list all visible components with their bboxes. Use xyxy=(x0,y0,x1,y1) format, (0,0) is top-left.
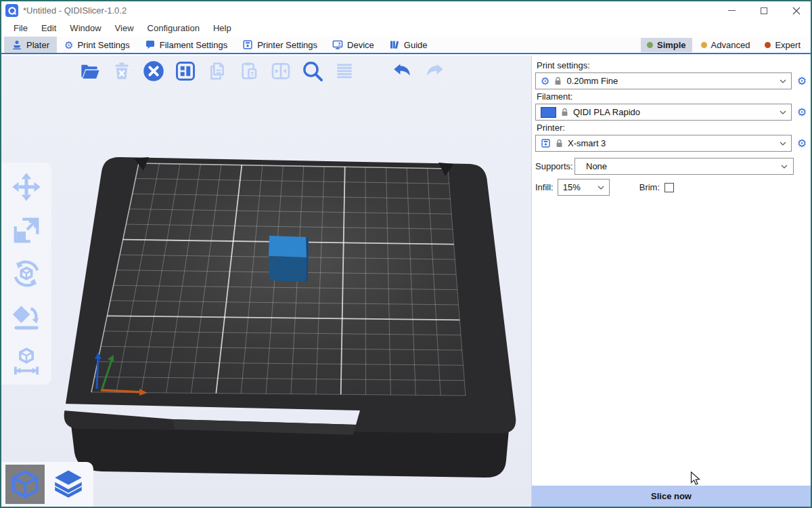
menu-file[interactable]: File xyxy=(7,21,35,35)
title-bar: *Untitled - QIDISlicer-1.0.2 xyxy=(1,1,811,20)
maximize-button[interactable] xyxy=(759,6,769,16)
search-icon[interactable] xyxy=(301,60,324,83)
infill-combo[interactable]: 15% xyxy=(558,179,610,196)
device-icon xyxy=(332,39,343,50)
rotate-tool-icon[interactable] xyxy=(9,256,44,291)
mode-simple[interactable]: Simple xyxy=(641,38,692,52)
filament-icon xyxy=(145,39,156,50)
menu-view[interactable]: View xyxy=(108,21,141,35)
variable-layer-height-icon[interactable] xyxy=(333,60,356,83)
chevron-down-icon xyxy=(781,165,788,169)
expert-mode-dot-icon xyxy=(765,42,771,48)
menu-configuration[interactable]: Configuration xyxy=(141,21,206,35)
print-settings-gear-button[interactable]: ⚙ xyxy=(796,76,808,87)
printer-bed-scene xyxy=(1,56,531,507)
tab-print-settings[interactable]: ⚙ Print Settings xyxy=(57,37,137,53)
minimize-button[interactable] xyxy=(727,6,736,16)
chevron-down-icon xyxy=(597,186,604,190)
measure-tool-icon[interactable] xyxy=(9,343,44,378)
top-toolbar xyxy=(78,60,446,83)
gear-icon: ⚙ xyxy=(64,40,73,50)
mode-advanced[interactable]: Advanced xyxy=(695,38,757,52)
cube-view-icon xyxy=(9,469,41,500)
tab-bar: Plater ⚙ Print Settings Filament Setting… xyxy=(1,37,811,54)
lock-icon xyxy=(561,108,568,117)
mode-selector: Simple Advanced Expert xyxy=(641,37,811,53)
printer-gear-button[interactable]: ⚙ xyxy=(796,138,808,149)
printer-icon xyxy=(541,138,551,148)
preview-view-button[interactable] xyxy=(49,465,88,504)
app-window: *Untitled - QIDISlicer-1.0.2 File Edit W… xyxy=(0,0,812,508)
infill-label: Infill: xyxy=(535,182,554,192)
lock-icon xyxy=(556,139,563,148)
tab-label: Filament Settings xyxy=(160,40,227,50)
split-objects-icon[interactable] xyxy=(269,60,292,83)
print-settings-value: 0.20mm Fine xyxy=(566,76,618,86)
undo-icon[interactable] xyxy=(391,60,414,83)
layers-view-icon xyxy=(51,467,85,501)
printer-value: X-smart 3 xyxy=(568,138,606,148)
delete-icon[interactable] xyxy=(110,60,133,83)
move-tool-icon[interactable] xyxy=(9,169,44,205)
infill-value: 15% xyxy=(563,182,581,192)
menu-window[interactable]: Window xyxy=(63,21,108,35)
printer-label: Printer: xyxy=(537,123,807,133)
tab-label: Guide xyxy=(404,40,428,50)
gear-icon: ⚙ xyxy=(541,76,549,86)
tab-guide[interactable]: Guide xyxy=(382,37,435,53)
copy-icon[interactable] xyxy=(206,60,229,83)
view-toggle-bar xyxy=(1,462,93,507)
supports-value: None xyxy=(586,161,607,171)
editor-view-button[interactable] xyxy=(5,465,45,504)
plater-icon xyxy=(12,39,22,50)
menu-bar: File Edit Window View Configuration Help xyxy=(1,20,811,37)
delete-all-icon[interactable] xyxy=(142,60,165,83)
tab-filament-settings[interactable]: Filament Settings xyxy=(137,37,235,53)
simple-mode-dot-icon xyxy=(647,42,653,48)
chevron-down-icon xyxy=(780,142,786,146)
tab-label: Print Settings xyxy=(77,40,129,50)
advanced-mode-dot-icon xyxy=(701,42,707,48)
tab-label: Plater xyxy=(26,40,49,50)
settings-panel: Print settings: ⚙ 0.20mm Fine ⚙ Filament… xyxy=(531,56,811,507)
lock-icon xyxy=(554,77,562,85)
brim-label: Brim: xyxy=(639,182,660,192)
mode-expert[interactable]: Expert xyxy=(759,38,807,52)
model-cube xyxy=(269,236,309,282)
filament-color-swatch xyxy=(541,107,556,118)
print-settings-label: Print settings: xyxy=(537,60,807,70)
app-logo-icon xyxy=(5,4,18,17)
slice-now-button[interactable]: Slice now xyxy=(532,486,811,507)
filament-label: Filament: xyxy=(537,91,807,102)
menu-edit[interactable]: Edit xyxy=(35,21,63,35)
filament-combo[interactable]: QIDI PLA Rapido xyxy=(535,104,792,121)
tab-label: Printer Settings xyxy=(257,40,317,50)
scale-tool-icon[interactable] xyxy=(9,213,44,248)
close-button[interactable] xyxy=(792,6,801,16)
printer-icon xyxy=(242,39,253,50)
guide-icon xyxy=(389,39,400,50)
tab-printer-settings[interactable]: Printer Settings xyxy=(235,37,325,53)
brim-checkbox[interactable] xyxy=(664,183,674,192)
arrange-icon[interactable] xyxy=(174,60,197,83)
filament-value: QIDI PLA Rapido xyxy=(573,107,640,117)
mouse-cursor xyxy=(690,471,701,486)
viewport-3d[interactable] xyxy=(1,56,531,507)
printer-combo[interactable]: X-smart 3 xyxy=(535,135,792,152)
tab-device[interactable]: Device xyxy=(325,37,382,53)
tab-plater[interactable]: Plater xyxy=(4,37,57,53)
chevron-down-icon xyxy=(780,79,786,83)
supports-label: Supports: xyxy=(535,161,574,171)
chevron-down-icon xyxy=(780,110,786,114)
paste-icon[interactable] xyxy=(238,60,261,83)
supports-combo[interactable]: None xyxy=(574,158,794,175)
tab-label: Device xyxy=(347,40,374,50)
redo-icon[interactable] xyxy=(423,60,446,83)
filament-gear-button[interactable]: ⚙ xyxy=(796,107,808,118)
place-on-face-tool-icon[interactable] xyxy=(9,299,44,335)
window-title: *Untitled - QIDISlicer-1.0.2 xyxy=(23,5,127,16)
print-settings-combo[interactable]: ⚙ 0.20mm Fine xyxy=(535,72,792,89)
open-icon[interactable] xyxy=(78,60,102,83)
left-toolbar xyxy=(1,163,51,385)
menu-help[interactable]: Help xyxy=(206,21,238,35)
